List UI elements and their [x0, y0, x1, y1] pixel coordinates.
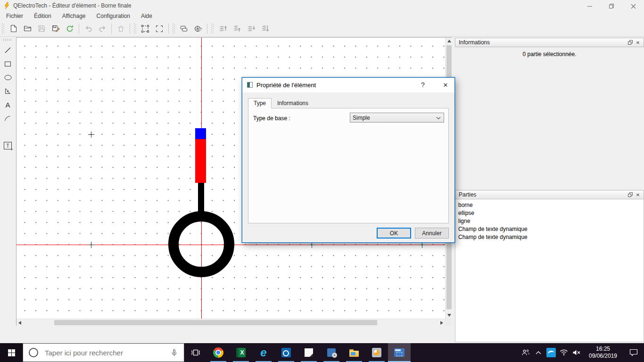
dialog-help-button[interactable]: ? [416, 78, 430, 92]
reload-button[interactable] [64, 23, 76, 35]
horizontal-scrollbar[interactable] [17, 319, 445, 326]
list-item-ligne[interactable]: ligne [455, 217, 644, 225]
select-all-button[interactable] [139, 23, 151, 35]
file-explorer-icon [349, 351, 359, 357]
element-terminal-anchor[interactable] [195, 128, 206, 139]
minimize-icon [587, 6, 592, 7]
restore-button[interactable] [601, 0, 622, 12]
task-view-button[interactable] [184, 343, 207, 362]
tray-antivirus-button[interactable] [545, 343, 557, 362]
element-terminal-part[interactable] [195, 139, 206, 183]
horizontal-scrollbar-thumb[interactable] [54, 320, 377, 325]
tab-informations[interactable]: Informations [272, 98, 314, 108]
undo-button[interactable] [82, 23, 94, 35]
cancel-button[interactable]: Annuler [415, 228, 449, 239]
list-item-dynamic-text-2[interactable]: Champ de texte dynamique [455, 233, 644, 241]
ellipse-icon [4, 74, 12, 82]
menu-affichage[interactable]: Affichage [61, 12, 87, 20]
base-type-dropdown[interactable]: Simple [350, 113, 444, 123]
close-panel-button[interactable]: ✕ [634, 39, 642, 46]
close-button[interactable] [622, 0, 644, 12]
toolbar-drag-handle[interactable] [134, 24, 136, 34]
menu-edition[interactable]: Édition [33, 12, 53, 20]
ok-button[interactable]: OK [377, 228, 411, 239]
parties-panel-header[interactable]: Parties ✕ [455, 190, 644, 199]
send-to-back-button[interactable] [259, 23, 271, 35]
save-as-button[interactable] [50, 23, 62, 35]
scrollbar-corner [445, 319, 453, 326]
rectangle-tool[interactable] [2, 58, 14, 70]
line-tool[interactable] [2, 44, 14, 56]
search-input[interactable] [44, 348, 170, 357]
taskbar-search[interactable] [23, 343, 184, 362]
menu-aide[interactable]: Aide [140, 12, 154, 20]
float-panel-button[interactable] [627, 39, 634, 46]
minimize-button[interactable] [579, 0, 601, 12]
taskbar-app-excel[interactable]: X [230, 343, 252, 362]
taskbar-app-notes[interactable] [297, 343, 320, 362]
send-back-icon [261, 24, 270, 33]
open-element-button[interactable] [21, 23, 33, 35]
terminal-tool[interactable] [2, 126, 14, 138]
raise-button[interactable] [216, 23, 229, 35]
parties-list: borne ellipse ligne Champ de texte dynam… [455, 199, 644, 342]
element-ellipse-part[interactable] [168, 211, 234, 277]
element-line-part[interactable] [198, 183, 204, 214]
outlook-icon [281, 348, 291, 357]
dialog-close-button[interactable]: ✕ [437, 78, 454, 92]
people-button[interactable] [519, 343, 532, 362]
action-center-button[interactable] [623, 343, 644, 362]
volume-button[interactable] [570, 343, 583, 362]
float-panel-button[interactable] [627, 191, 634, 198]
deselect-button[interactable] [153, 23, 165, 35]
list-item-borne[interactable]: borne [455, 201, 644, 209]
internet-explorer-icon: e [260, 348, 266, 357]
taskbar-app-chrome[interactable] [207, 343, 230, 362]
menu-fichier[interactable]: Fichier [5, 12, 25, 20]
save-button[interactable] [35, 23, 48, 35]
network-button[interactable] [557, 343, 570, 362]
toolbar-drag-handle[interactable] [211, 24, 214, 34]
taskbar-app-money[interactable] [365, 343, 388, 362]
toolbar-drag-handle[interactable] [2, 24, 4, 34]
taskbar-app-file-explorer[interactable] [343, 343, 365, 362]
list-item-dynamic-text-1[interactable]: Champ de texte dynamique [455, 225, 644, 233]
delete-button[interactable] [115, 23, 127, 35]
taskbar-app-qelectrotech-active[interactable] [388, 343, 411, 362]
taskbar-app-outlook[interactable] [275, 343, 297, 362]
speaker-muted-icon [572, 349, 581, 356]
scroll-down-arrow-icon[interactable] [447, 314, 451, 317]
ellipse-tool[interactable] [2, 71, 14, 83]
informations-panel-header[interactable]: Informations ✕ [455, 38, 644, 47]
dynamic-text-tool[interactable]: T [2, 140, 14, 152]
list-item-ellipse[interactable]: ellipse [455, 209, 644, 217]
taskbar-clock[interactable]: 16:25 09/06/2019 [583, 343, 623, 362]
taskbar-app-installer[interactable] [320, 343, 343, 362]
tray-expand-button[interactable] [532, 343, 545, 362]
text-tool[interactable]: A [2, 99, 14, 111]
scroll-up-arrow-icon[interactable] [447, 40, 451, 42]
taskbar-app-internet-explorer[interactable]: e [252, 343, 275, 362]
wifi-icon [560, 349, 568, 356]
toolbar-drag-handle[interactable] [173, 24, 175, 34]
new-element-button[interactable] [7, 23, 19, 35]
microphone-icon[interactable] [170, 349, 178, 357]
tab-type[interactable]: Type [248, 98, 272, 108]
action-center-icon [629, 349, 638, 356]
scroll-right-arrow-icon[interactable] [440, 321, 443, 325]
bring-to-front-button[interactable] [231, 23, 243, 35]
arc-tool[interactable] [2, 112, 14, 124]
palette-drag-handle[interactable] [3, 39, 13, 41]
menu-configuration[interactable]: Configuration [95, 12, 132, 20]
scroll-left-arrow-icon[interactable] [18, 321, 21, 325]
lower-button[interactable] [245, 23, 257, 35]
color-editor-button[interactable] [192, 23, 204, 35]
clock-date: 09/06/2019 [589, 353, 617, 360]
dialog-title-bar[interactable]: Propriété de l'élément ? ✕ [242, 78, 454, 92]
menu-bar: Fichier Édition Affichage Configuration … [0, 11, 154, 21]
start-button[interactable] [0, 343, 23, 362]
redo-button[interactable] [96, 23, 108, 35]
edit-names-button[interactable] [178, 23, 190, 35]
polygon-tool[interactable] [2, 85, 14, 97]
close-panel-button[interactable]: ✕ [634, 191, 642, 198]
